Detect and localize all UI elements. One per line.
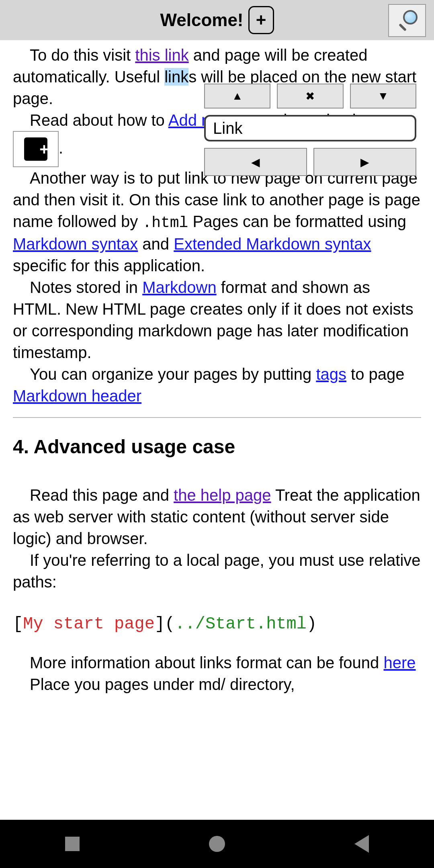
text: and [138,235,174,253]
extended-markdown-link[interactable]: Extended Markdown syntax [174,235,371,253]
plus-icon: + [24,137,47,161]
section-divider [13,417,421,418]
code-bracket: ) [307,614,317,634]
find-input[interactable] [204,115,416,141]
paragraph: More information about links format can … [13,652,421,674]
system-nav-bar [0,820,434,868]
home-button[interactable] [207,834,227,854]
code-bracket: [ [13,614,23,634]
add-page-button[interactable]: + [248,6,274,34]
section-heading: 4. Advanced usage case [13,434,421,460]
code-link-path: ../Start.html [175,614,307,634]
back-triangle-icon [354,835,369,853]
inline-code: .html [142,214,188,231]
markdown-syntax-link[interactable]: Markdown syntax [13,235,138,253]
code-bracket: ]( [155,614,175,634]
code-block: [My start page](../Start.html) [13,613,421,636]
paragraph: Notes stored in Markdown format and show… [13,276,421,363]
here-link[interactable]: here [383,654,416,671]
circle-icon [209,836,225,852]
search-button[interactable] [388,4,426,37]
paragraph: You can organize your pages by putting t… [13,363,421,407]
page-title: Welcome! [160,10,243,30]
title-group: Welcome! + [160,6,274,34]
text: specific for this application. [13,257,205,274]
paragraph: Read this page and the help page Treat t… [13,484,421,549]
find-next-match-button[interactable]: ▼ [350,84,416,108]
close-icon: ✖ [305,90,315,103]
right-triangle-icon: ▶ [360,156,369,169]
text: Notes stored in [30,278,142,296]
markdown-header-link[interactable]: Markdown header [13,387,141,405]
find-back-button[interactable]: ◀ [204,148,307,176]
find-nav-row: ◀ ▶ [204,148,416,176]
paragraph: Place you pages under md/ directory, [13,674,421,695]
find-controls-row: ▲ ✖ ▼ [204,84,416,108]
text: Read this page and [30,486,174,504]
recent-apps-button[interactable] [63,834,82,854]
text: . [59,139,63,157]
text: Read about how to [30,111,168,129]
text: To do this visit [30,46,135,64]
search-icon [398,12,416,29]
left-triangle-icon: ◀ [251,156,260,169]
up-triangle-icon: ▲ [232,90,243,102]
back-button[interactable] [352,834,371,854]
down-triangle-icon: ▼ [377,90,389,102]
paragraph: If you're referring to a local page, you… [13,549,421,593]
text: You can organize your pages by putting [30,365,316,383]
text: Pages can be formatted using [188,213,406,230]
action-button-example: + [13,131,59,167]
help-page-link[interactable]: the help page [174,486,271,504]
find-forward-button[interactable]: ▶ [313,148,416,176]
find-prev-match-button[interactable]: ▲ [204,84,270,108]
code-link-text: My start page [23,614,155,634]
text: to page [346,365,405,383]
square-icon [65,837,80,851]
markdown-link[interactable]: Markdown [142,278,217,296]
find-in-page-panel: ▲ ✖ ▼ ◀ ▶ [204,84,416,176]
paragraph: Another way is to put link to new page o… [13,167,421,276]
find-close-button[interactable]: ✖ [277,84,343,108]
title-bar: Welcome! + [0,0,434,40]
text: More information about links format can … [30,654,383,671]
search-highlight: link [164,68,188,86]
tags-link[interactable]: tags [316,365,346,383]
this-link[interactable]: this link [135,46,188,64]
